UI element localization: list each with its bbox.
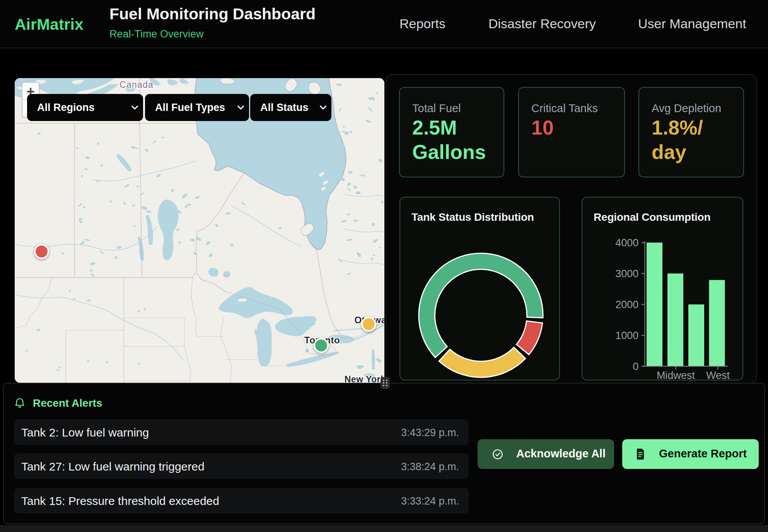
svg-text:2000: 2000 bbox=[615, 299, 638, 310]
svg-text:1000: 1000 bbox=[615, 330, 638, 341]
svg-text:3000: 3000 bbox=[615, 268, 638, 280]
svg-text:Canada: Canada bbox=[119, 80, 154, 90]
svg-text:4000: 4000 bbox=[615, 237, 638, 249]
svg-text:West: West bbox=[706, 370, 730, 380]
svg-text:Midwest: Midwest bbox=[657, 370, 695, 380]
svg-text:New York: New York bbox=[345, 374, 384, 383]
svg-text:0: 0 bbox=[633, 361, 638, 372]
